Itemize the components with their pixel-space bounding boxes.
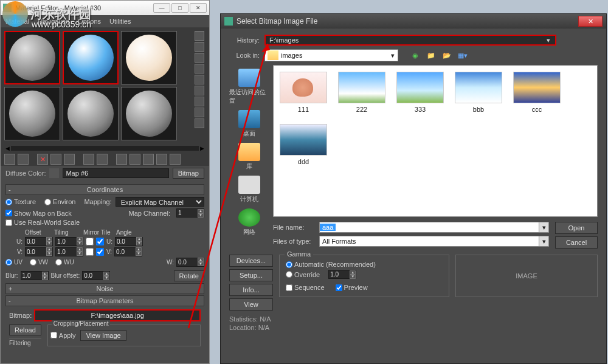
watermark: 河东软件园 www.pc0359.cn: [2, 1, 91, 27]
w-angle-spinner[interactable]: ▲▼: [176, 258, 204, 267]
setup-button[interactable]: Setup...: [229, 269, 273, 281]
mat-id-icon[interactable]: [116, 154, 127, 165]
material-slot-2[interactable]: [63, 31, 119, 84]
make-unique-icon[interactable]: [83, 154, 94, 165]
file-thumb[interactable]: 111: [280, 72, 327, 113]
close-button[interactable]: ✕: [190, 3, 207, 13]
u-mirror-check[interactable]: [86, 238, 94, 246]
blur-offset-spinner[interactable]: ▲▼: [82, 271, 110, 280]
sample-type-icon[interactable]: [195, 31, 204, 41]
v-tiling-spinner[interactable]: ▲▼: [55, 247, 83, 256]
uv-tile-icon[interactable]: [195, 64, 204, 74]
slot-scrollbar[interactable]: ◄►: [1, 144, 209, 153]
wu-radio[interactable]: WU: [55, 259, 74, 266]
backlight-icon[interactable]: [195, 42, 204, 52]
texture-radio[interactable]: Texture: [5, 198, 36, 205]
show-end-icon[interactable]: [143, 154, 154, 165]
file-thumb[interactable]: ccc: [513, 72, 561, 113]
uv-radio[interactable]: UV: [5, 259, 22, 266]
file-thumb[interactable]: 222: [338, 72, 385, 113]
show-map-check[interactable]: Show Map on Back: [5, 210, 72, 217]
u-tiling-spinner[interactable]: ▲▼: [55, 237, 83, 246]
vw-radio[interactable]: VW: [30, 259, 48, 266]
u-angle-spinner[interactable]: ▲▼: [115, 237, 143, 246]
gamma-auto-radio[interactable]: Automatic (Recommended): [286, 261, 376, 268]
preview-check[interactable]: Preview: [336, 284, 368, 291]
preview-icon[interactable]: [195, 86, 204, 95]
put-to-lib-icon[interactable]: [97, 154, 108, 165]
place-computer[interactable]: 计算机: [238, 176, 260, 204]
type-button[interactable]: Bitmap: [173, 168, 204, 179]
menu-utilities[interactable]: Utilities: [109, 18, 131, 25]
lookin-combobox[interactable]: images ▾: [264, 49, 398, 61]
delete-icon[interactable]: ✕: [37, 154, 48, 165]
reset-icon[interactable]: [50, 154, 61, 165]
place-library[interactable]: 库: [238, 143, 260, 171]
bitmap-params-header[interactable]: -Bitmap Parameters: [5, 295, 204, 306]
material-slot-3[interactable]: [121, 31, 177, 84]
gamma-override-radio[interactable]: Override: [286, 271, 320, 278]
sequence-check[interactable]: Sequence: [286, 284, 325, 291]
blur-spinner[interactable]: ▲▼: [21, 271, 49, 280]
v-mirror-check[interactable]: [86, 248, 94, 256]
view-button[interactable]: View: [229, 298, 273, 311]
material-slot-6[interactable]: [121, 87, 177, 140]
make-copy-icon[interactable]: [64, 154, 75, 165]
mapping-select[interactable]: Explicit Map Channel: [116, 197, 204, 207]
u-tile-check[interactable]: [96, 238, 104, 246]
minimize-button[interactable]: —: [153, 3, 170, 13]
mat-map-nav-icon[interactable]: [195, 118, 204, 128]
put-to-scene-icon[interactable]: [18, 154, 29, 165]
history-combobox[interactable]: [264, 35, 556, 46]
material-slot-1[interactable]: [4, 31, 60, 84]
reload-button[interactable]: Reload: [9, 325, 41, 335]
cancel-button[interactable]: Cancel: [555, 236, 598, 249]
u-offset-spinner[interactable]: ▲▼: [25, 237, 53, 246]
filename-label: File name:: [273, 224, 316, 231]
material-slot-5[interactable]: [63, 87, 119, 140]
apply-check[interactable]: Apply: [50, 332, 76, 339]
place-desktop[interactable]: 桌面: [238, 110, 260, 138]
rotate-button[interactable]: Rotate: [174, 270, 204, 281]
environ-radio[interactable]: Environ: [44, 198, 75, 205]
dialog-close-button[interactable]: ✕: [578, 16, 603, 27]
gamma-override-spinner[interactable]: ▲▼: [328, 270, 356, 279]
views-icon[interactable]: ▦▾: [457, 50, 469, 61]
filetype-combobox[interactable]: All Formats▾: [319, 236, 549, 247]
go-parent-icon[interactable]: [156, 154, 167, 165]
map-channel-spinner[interactable]: ▲▼: [176, 208, 204, 218]
devices-button[interactable]: Devices...: [229, 255, 273, 267]
new-folder-icon[interactable]: 📂: [441, 50, 453, 61]
options-icon[interactable]: [195, 97, 204, 106]
video-check-icon[interactable]: [195, 75, 204, 84]
open-button[interactable]: Open: [555, 222, 598, 234]
v-angle-spinner[interactable]: ▲▼: [114, 247, 142, 256]
material-slot-4[interactable]: [4, 87, 60, 140]
show-in-vp-icon[interactable]: [130, 154, 140, 165]
map-name-field[interactable]: [63, 168, 168, 178]
go-forward-icon[interactable]: [170, 154, 181, 165]
color-swatch[interactable]: [49, 168, 59, 178]
maximize-button[interactable]: □: [171, 3, 188, 13]
dialog-titlebar[interactable]: Select Bitmap Image File ✕: [221, 14, 606, 29]
view-image-button[interactable]: View Image: [80, 330, 126, 341]
background-icon[interactable]: [195, 53, 204, 63]
back-icon[interactable]: ◉: [409, 50, 421, 61]
coordinates-header[interactable]: -Coordinates: [5, 184, 204, 195]
file-list[interactable]: 111 222 333 bbb ccc ddd: [273, 65, 598, 217]
real-world-check[interactable]: Use Real-World Scale: [5, 219, 80, 226]
file-thumb[interactable]: 333: [396, 72, 444, 113]
bitmap-path-button[interactable]: F:\images\aaa.jpg: [34, 309, 201, 321]
up-icon[interactable]: 📁: [425, 50, 437, 61]
info-button[interactable]: Info...: [229, 284, 273, 296]
noise-header[interactable]: +Noise: [5, 283, 204, 294]
get-material-icon[interactable]: [4, 154, 15, 165]
place-recent[interactable]: 最近访问的位置: [229, 69, 269, 105]
select-by-mat-icon[interactable]: [195, 108, 204, 117]
place-network[interactable]: 网络: [238, 208, 260, 236]
v-tile-check[interactable]: [96, 248, 104, 256]
filename-combobox[interactable]: aaa▾: [319, 222, 549, 233]
file-thumb[interactable]: ddd: [280, 124, 327, 165]
file-thumb[interactable]: bbb: [455, 72, 502, 113]
v-offset-spinner[interactable]: ▲▼: [25, 247, 53, 256]
